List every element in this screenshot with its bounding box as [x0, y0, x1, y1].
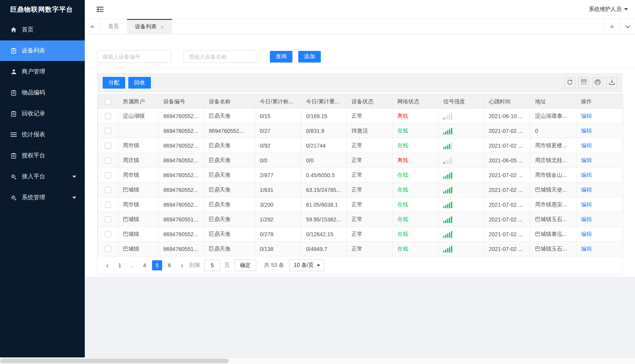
pagination-ellipsis[interactable]: ... — [127, 260, 137, 270]
pagination-page-1[interactable]: 1 — [115, 260, 125, 270]
cell-device-no: 8694760552... — [159, 168, 204, 183]
page-size-select[interactable]: 10 条/页 — [289, 260, 324, 271]
user-menu[interactable]: 系统维护人员 — [589, 6, 628, 13]
row-checkbox[interactable] — [105, 216, 111, 223]
cell-device-status: 正常 — [347, 227, 393, 242]
table-header-row: 所属商户设备编号设备名称今日/累计称...今日/累计重...设备状态网络状态信号… — [98, 95, 623, 109]
doc-icon — [10, 111, 17, 117]
goto-confirm-button[interactable]: 确定 — [234, 260, 256, 271]
tab-home[interactable]: 首页 — [100, 19, 127, 34]
cell-device-no: 8694760552... — [159, 197, 204, 212]
sidebar-item-label: 商户管理 — [22, 68, 45, 75]
cell-action: 编辑 — [576, 168, 623, 183]
edit-link[interactable]: 编辑 — [581, 216, 592, 222]
row-checkbox[interactable] — [105, 231, 111, 237]
cell-action: 编辑 — [576, 138, 623, 153]
pagination-page-5[interactable]: 5 — [152, 260, 162, 270]
pagination-prev-icon[interactable]: ‹ — [102, 260, 112, 270]
sidebar-item-label: 首页 — [22, 26, 33, 33]
tab-device-list[interactable]: 设备列表× — [127, 19, 172, 34]
column-header: 设备状态 — [347, 95, 393, 109]
app-window: 巨鼎物联网数字平台 首页设备列表商户管理物品编码回收记录统计报表授权平台接入平台… — [0, 0, 635, 357]
sidebar-item-authorization-platform[interactable]: 授权平台 — [0, 145, 85, 166]
sidebar-item-statistics-report[interactable]: 统计报表 — [0, 124, 85, 145]
sidebar-item-home[interactable]: 首页 — [0, 19, 85, 40]
device-no-input[interactable] — [97, 51, 171, 63]
row-checkbox[interactable] — [105, 172, 111, 178]
sidebar-item-label: 系统管理 — [22, 194, 45, 201]
cell-heartbeat: 2021-07-02 ... — [484, 168, 530, 183]
page-size-value: 10 条/页 — [294, 262, 313, 269]
sidebar-item-merchant-management[interactable]: 商户管理 — [0, 61, 85, 82]
sidebar-toggle-icon[interactable] — [95, 5, 105, 14]
row-checkbox[interactable] — [105, 143, 111, 149]
row-checkbox[interactable] — [105, 187, 111, 193]
close-icon[interactable]: × — [161, 24, 164, 30]
device-name-input[interactable] — [184, 51, 257, 63]
sidebar-item-system-management[interactable]: 系统管理 — [0, 187, 85, 208]
assign-button[interactable]: 分配 — [103, 77, 125, 89]
signal-strength-icon — [443, 127, 484, 134]
edit-link[interactable]: 编辑 — [581, 172, 592, 178]
edit-link[interactable]: 编辑 — [581, 157, 592, 163]
pagination-page-6[interactable]: 6 — [164, 260, 175, 270]
edit-link[interactable]: 编辑 — [581, 127, 592, 134]
horizontal-scrollbar[interactable] — [0, 357, 635, 364]
cell-signal — [439, 183, 484, 197]
sidebar-item-label: 物品编码 — [22, 89, 45, 96]
cell-device-no: 8694760552... — [159, 153, 204, 168]
edit-link[interactable]: 编辑 — [581, 186, 592, 193]
add-button[interactable]: 添加 — [298, 51, 321, 63]
cell-merchant: 周市镇 — [118, 168, 159, 183]
recycle-button[interactable]: 回收 — [128, 77, 151, 89]
sidebar-item-recycle-records[interactable]: 回收记录 — [0, 103, 85, 124]
goto-page-input[interactable] — [204, 260, 220, 271]
grid-toolbar: 分配 回收 — [97, 73, 623, 92]
refresh-button[interactable] — [564, 77, 575, 88]
tabs-scroll-right-icon[interactable]: » — [604, 19, 619, 34]
row-select-cell — [98, 242, 118, 256]
row-checkbox[interactable] — [105, 246, 111, 252]
cell-action: 编辑 — [576, 197, 623, 212]
row-checkbox[interactable] — [105, 202, 111, 208]
cell-heartbeat: 2021-06-10 ... — [484, 109, 530, 124]
edit-link[interactable]: 编辑 — [581, 231, 592, 237]
network-status-text: 在线 — [397, 142, 408, 148]
edit-link[interactable]: 编辑 — [581, 201, 592, 207]
cell-device-status: 正常 — [347, 168, 393, 183]
cell-heartbeat: 2021-07-02 ... — [484, 197, 530, 212]
sidebar-item-access-platform[interactable]: 接入平台 — [0, 166, 85, 187]
cell-signal — [439, 109, 484, 124]
table-zone: 分配 回收 所属商户设备编号设备名称今日/累计称...今日/累计重...设备状态… — [97, 73, 623, 275]
cell-network-status: 在线 — [393, 168, 439, 183]
tabs-dropdown-icon[interactable] — [619, 19, 635, 34]
row-checkbox[interactable] — [105, 128, 111, 134]
edit-link[interactable]: 编辑 — [581, 142, 592, 148]
columns-button[interactable] — [578, 77, 589, 88]
sidebar-item-item-coding[interactable]: 物品编码 — [0, 82, 85, 103]
pagination-next-icon[interactable]: › — [177, 260, 187, 270]
edit-link[interactable]: 编辑 — [581, 113, 592, 119]
tabs-scroll-left-icon[interactable]: « — [85, 19, 100, 34]
row-checkbox[interactable] — [105, 113, 111, 119]
cell-today-count: 0/27 — [255, 124, 301, 138]
row-checkbox[interactable] — [105, 157, 111, 164]
cell-network-status: 在线 — [393, 183, 439, 197]
cell-device-no: 8694760551... — [159, 242, 204, 256]
row-select-cell — [98, 227, 118, 242]
horizontal-scrollbar-thumb[interactable] — [0, 359, 229, 363]
cell-device-no: 8694760552... — [159, 227, 204, 242]
cell-signal — [439, 212, 484, 227]
print-button[interactable] — [592, 77, 603, 88]
select-all-checkbox[interactable] — [105, 99, 111, 105]
sidebar-item-device-list[interactable]: 设备列表 — [0, 40, 85, 61]
cell-merchant: 周庄镇 — [118, 153, 159, 168]
cell-action: 编辑 — [576, 242, 623, 256]
cell-merchant: 周市镇 — [118, 138, 159, 153]
query-button[interactable]: 查询 — [270, 51, 292, 63]
cell-device-name: 巨鼎天衡 — [204, 168, 255, 183]
edit-link[interactable]: 编辑 — [581, 246, 592, 252]
pagination-page-4[interactable]: 4 — [140, 260, 150, 270]
export-button[interactable] — [606, 77, 617, 88]
cell-action: 编辑 — [576, 183, 623, 197]
